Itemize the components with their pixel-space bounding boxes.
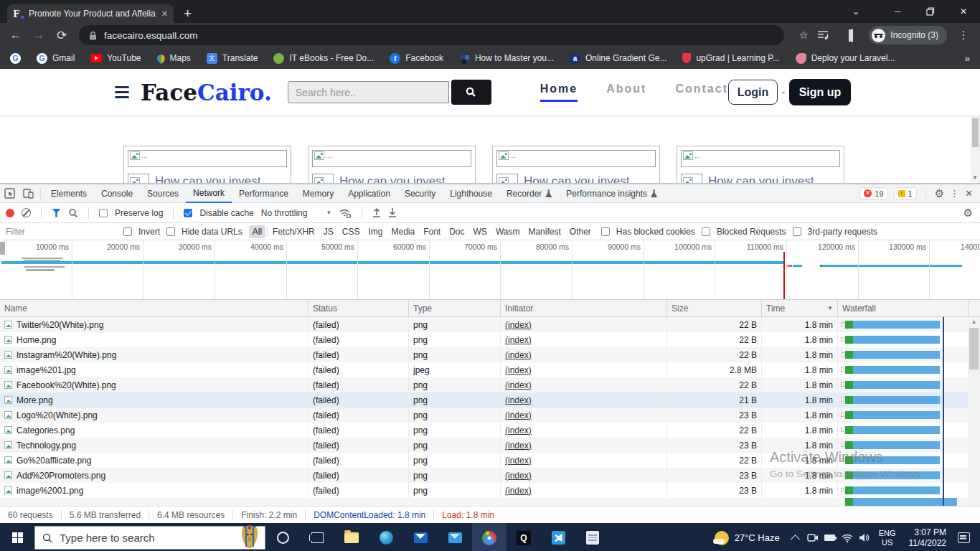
devtools-tab-performance[interactable]: Performance xyxy=(232,184,296,203)
column-header-size[interactable]: Size xyxy=(667,300,762,316)
nav-item-home[interactable]: Home xyxy=(540,83,578,102)
bookmark-item[interactable]: YouTube xyxy=(90,53,141,63)
battery-icon[interactable] xyxy=(821,534,839,541)
devtools-tab-elements[interactable]: Elements xyxy=(44,184,94,203)
taskbar-app-edge[interactable] xyxy=(369,523,403,551)
devtools-tab-sources[interactable]: Sources xyxy=(140,184,186,203)
request-row[interactable]: Twitter%20(White).png(failed)png(index)2… xyxy=(0,317,980,332)
site-logo[interactable]: FaceCairo. xyxy=(141,80,272,105)
devtools-tab-console[interactable]: Console xyxy=(94,184,140,203)
console-warning-badge[interactable]: !1 xyxy=(894,187,917,199)
resource-type-filter-js[interactable]: JS xyxy=(320,225,337,238)
initiator-link[interactable]: (index) xyxy=(505,410,532,420)
action-center-icon[interactable] xyxy=(958,532,970,543)
search-network-icon[interactable] xyxy=(68,208,78,218)
table-scrollbar[interactable]: ▲ xyxy=(968,317,980,506)
card-title[interactable]: How can you invest xyxy=(155,174,260,184)
export-har-icon[interactable] xyxy=(388,208,397,217)
devtools-close-icon[interactable]: ✕ xyxy=(965,188,973,199)
console-error-badge[interactable]: ✕19 xyxy=(859,187,887,199)
side-panel-icon[interactable] xyxy=(842,29,863,42)
request-row[interactable]: Logo%20(White).png(failed)png(index)23 B… xyxy=(0,408,980,423)
nav-item-about[interactable]: About xyxy=(606,83,646,102)
taskbar-search-box[interactable] xyxy=(34,526,265,550)
bookmark-star-icon[interactable]: ☆ xyxy=(793,29,814,42)
column-header-status[interactable]: Status xyxy=(308,300,409,316)
card-title[interactable]: How can you invest xyxy=(708,174,814,184)
language-indicator[interactable]: ENGUS xyxy=(873,529,902,547)
content-card[interactable]: ...How can you invest xyxy=(492,146,660,183)
request-row[interactable]: Add%20Promoters.png(failed)png(index)23 … xyxy=(0,468,980,483)
disable-cache-checkbox[interactable] xyxy=(184,209,192,217)
signup-button[interactable]: Sign up xyxy=(789,79,851,105)
initiator-link[interactable]: (index) xyxy=(505,365,532,375)
initiator-link[interactable]: (index) xyxy=(505,486,532,496)
network-overview-timeline[interactable]: 10000 ms20000 ms30000 ms40000 ms50000 ms… xyxy=(0,240,980,300)
bookmark-item[interactable]: GGmail xyxy=(37,53,75,64)
start-button[interactable] xyxy=(0,532,34,543)
bookmark-item[interactable]: upGrad | Learning P... xyxy=(682,53,779,63)
card-title[interactable]: How can you invest xyxy=(524,174,629,184)
taskbar-app-outlook[interactable] xyxy=(438,523,472,551)
column-header-time[interactable]: Time▼ xyxy=(762,300,838,316)
initiator-link[interactable]: (index) xyxy=(505,441,532,451)
resource-type-filter-manifest[interactable]: Manifest xyxy=(524,225,564,238)
bookmark-item[interactable]: IT eBooks - Free Do... xyxy=(273,53,374,64)
column-header-type[interactable]: Type xyxy=(409,300,501,316)
devtools-tab-memory[interactable]: Memory xyxy=(296,184,341,203)
bookmark-item[interactable]: aOnline Gradient Ge... xyxy=(570,53,666,64)
devtools-tab-recorder[interactable]: Recorder xyxy=(499,184,559,203)
meet-now-icon[interactable] xyxy=(804,533,821,542)
media-control-icon[interactable] xyxy=(817,30,839,40)
request-row[interactable]: image%201.jpg(failed)jpeg(index)2.8 MB1.… xyxy=(0,362,980,377)
back-icon[interactable]: ← xyxy=(6,28,26,42)
blocked-requests-checkbox[interactable] xyxy=(702,227,710,236)
table-scrollbar-up-icon[interactable]: ▲ xyxy=(968,319,980,325)
forward-icon[interactable]: → xyxy=(29,28,49,42)
preserve-log-checkbox[interactable] xyxy=(99,209,108,217)
nav-item-contact[interactable]: Contact xyxy=(675,83,728,102)
record-network-log-icon[interactable] xyxy=(6,209,14,217)
window-restore-button[interactable] xyxy=(914,7,947,16)
resource-type-filter-media[interactable]: Media xyxy=(387,225,418,238)
initiator-link[interactable]: (index) xyxy=(505,456,532,466)
tab-search-chevron-icon[interactable]: ⌄ xyxy=(845,6,867,17)
login-button[interactable]: Login xyxy=(728,80,778,105)
column-header-name[interactable]: Name xyxy=(0,300,308,316)
resource-type-filter-ws[interactable]: WS xyxy=(470,225,491,238)
content-card[interactable]: ...How can you invest xyxy=(123,146,291,183)
request-row[interactable]: Categories.png(failed)png(index)22 B1.8 … xyxy=(0,423,980,438)
network-settings-icon[interactable]: ⚙ xyxy=(963,207,973,220)
taskbar-app-chrome[interactable] xyxy=(472,523,507,551)
clear-network-log-icon[interactable] xyxy=(22,208,31,217)
devtools-tab-performance-insights[interactable]: Performance insights xyxy=(559,184,664,203)
page-scrollbar-thumb[interactable] xyxy=(972,118,979,147)
content-card[interactable]: ...How can you invest xyxy=(677,146,844,183)
resource-type-filter-all[interactable]: All xyxy=(249,225,265,238)
initiator-link[interactable]: (index) xyxy=(505,471,532,481)
column-header-waterfall[interactable]: Waterfall xyxy=(838,300,968,316)
bookmark-item[interactable]: How to Master you... xyxy=(459,53,554,64)
bookmark-item[interactable]: fFacebook xyxy=(390,53,443,64)
weather-widget[interactable]: 27°C Haze xyxy=(707,531,787,545)
resource-type-filter-img[interactable]: Img xyxy=(364,225,386,238)
initiator-link[interactable]: (index) xyxy=(505,425,532,435)
network-filter-input[interactable] xyxy=(6,225,117,237)
task-view-button[interactable] xyxy=(300,523,334,551)
devtools-tab-application[interactable]: Application xyxy=(341,184,397,203)
request-row[interactable]: Facebook%20(White).png(failed)png(index)… xyxy=(0,377,980,392)
request-row[interactable]: Instagram%20(White).png(failed)png(index… xyxy=(0,347,980,362)
invert-checkbox[interactable] xyxy=(123,227,132,236)
devtools-tab-network[interactable]: Network xyxy=(186,184,232,203)
tab-close-icon[interactable]: ✕ xyxy=(161,9,168,19)
browser-tab[interactable]: F Promote Your Product and Affelia ✕ xyxy=(7,4,174,23)
request-row[interactable]: Go%20afflicate.png(failed)png(index)22 B… xyxy=(0,453,980,468)
address-bar[interactable]: facecairo.esquall.com xyxy=(79,25,784,45)
taskbar-app-file-explorer[interactable] xyxy=(334,523,369,551)
device-toolbar-icon[interactable] xyxy=(19,189,37,199)
column-header-initiator[interactable]: Initiator xyxy=(501,300,667,316)
resource-type-filter-other[interactable]: Other xyxy=(566,225,595,238)
initiator-link[interactable]: (index) xyxy=(505,395,532,405)
initiator-link[interactable]: (index) xyxy=(505,380,532,390)
taskbar-app-mail[interactable] xyxy=(403,523,438,551)
